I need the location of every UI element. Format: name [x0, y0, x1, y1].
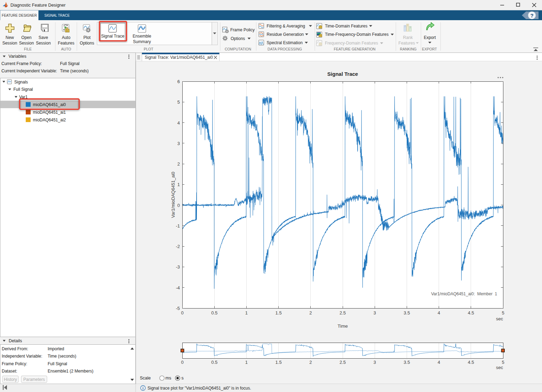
svg-text:5: 5	[502, 360, 504, 365]
svg-text:2: 2	[309, 310, 312, 315]
svg-text:1: 1	[245, 310, 248, 315]
svg-text:History: History	[4, 377, 17, 382]
svg-text:-1: -1	[176, 223, 180, 229]
svg-text:Current Independent Variable:: Current Independent Variable:	[1, 69, 57, 73]
svg-text:Parameters: Parameters	[23, 377, 45, 382]
svg-text:SIGNAL TRACE: SIGNAL TRACE	[45, 14, 70, 17]
svg-text:4: 4	[438, 360, 440, 365]
svg-text:3: 3	[409, 26, 411, 29]
svg-text:5: 5	[177, 99, 180, 105]
svg-text:Options: Options	[231, 36, 245, 41]
svg-text:Open: Open	[21, 35, 31, 40]
svg-text:Time-Frequency-Domain Features: Time-Frequency-Domain Features	[325, 32, 389, 37]
svg-text:Dataset:: Dataset:	[2, 369, 17, 374]
svg-text:Diagnostic Feature Designer: Diagnostic Feature Designer	[10, 3, 65, 8]
svg-text:Time-Domain Features: Time-Domain Features	[325, 24, 367, 29]
svg-text:0: 0	[181, 310, 183, 315]
svg-text:Features: Features	[58, 41, 74, 46]
svg-text:-2: -2	[176, 244, 180, 249]
svg-text:Variables: Variables	[9, 54, 26, 59]
svg-text:sec: sec	[496, 365, 503, 370]
svg-text:Summary: Summary	[133, 39, 151, 44]
svg-text:Time (seconds): Time (seconds)	[60, 69, 89, 73]
svg-text:0: 0	[177, 203, 180, 208]
svg-text:Time: Time	[337, 323, 348, 329]
svg-text:1: 1	[407, 24, 408, 26]
svg-text:2.5: 2.5	[340, 360, 346, 365]
svg-text:Features: Features	[398, 41, 415, 46]
svg-text:FEATURE GENERATION: FEATURE GENERATION	[334, 47, 376, 51]
svg-text:1.5: 1.5	[276, 310, 282, 315]
svg-text:Signal Trace: Signal Trace	[327, 71, 358, 77]
svg-text:4.5: 4.5	[468, 310, 474, 315]
svg-text:Full Signal: Full Signal	[14, 87, 33, 92]
svg-text:2.5: 2.5	[340, 310, 346, 315]
svg-text:Signal trace plot for "Var1/mi: Signal trace plot for "Var1/mioDAQ6451_a…	[148, 386, 251, 391]
svg-text:s: s	[182, 376, 184, 381]
svg-text:mioDAQ6451_ai1: mioDAQ6451_ai1	[33, 110, 66, 115]
svg-text:4: 4	[177, 120, 180, 126]
svg-text:mioDAQ6451_ai0: mioDAQ6451_ai0	[33, 102, 66, 107]
svg-text:1.5: 1.5	[276, 360, 282, 365]
svg-text:Save: Save	[39, 35, 48, 40]
svg-text:New: New	[6, 35, 14, 40]
svg-text:Residue Generation: Residue Generation	[267, 32, 304, 37]
svg-text:?: ?	[530, 13, 533, 18]
svg-text:RANKING: RANKING	[400, 47, 417, 51]
svg-text:AUTO: AUTO	[61, 47, 71, 51]
svg-text:Var1/mioDAQ6451_ai0: Member: Var1/mioDAQ6451_ai0: Member 1	[431, 291, 497, 296]
svg-text:DATA PROCESSING: DATA PROCESSING	[268, 47, 302, 51]
svg-text:COMPUTATION: COMPUTATION	[225, 47, 251, 51]
svg-text:3.5: 3.5	[404, 360, 410, 365]
svg-text:3: 3	[374, 360, 376, 365]
svg-text:Auto: Auto	[62, 35, 71, 40]
svg-text:1: 1	[177, 182, 180, 187]
svg-text:Imported: Imported	[48, 346, 64, 351]
svg-text:Derived From:: Derived From:	[2, 346, 28, 351]
svg-text:Signal Trace: Var1/mioDAQ6451_: Signal Trace: Var1/mioDAQ6451_ai0	[145, 55, 213, 60]
svg-text:Options: Options	[80, 41, 94, 46]
svg-text:3.5: 3.5	[404, 310, 410, 315]
svg-text:Independent Variable:: Independent Variable:	[2, 354, 42, 359]
svg-text:mioDAQ6451_ai2: mioDAQ6451_ai2	[33, 118, 66, 122]
svg-text:PLOT: PLOT	[144, 47, 153, 51]
svg-text:0: 0	[181, 360, 183, 365]
svg-text:Spectral Estimation: Spectral Estimation	[267, 40, 303, 45]
svg-text:ms: ms	[166, 376, 172, 381]
svg-text:EXPORT: EXPORT	[422, 47, 437, 51]
svg-text:4.5: 4.5	[468, 360, 474, 365]
svg-text:Current Frame Policy:: Current Frame Policy:	[1, 61, 42, 66]
svg-text:Details: Details	[9, 338, 22, 343]
svg-text:Full Signal: Full Signal	[48, 361, 67, 366]
svg-text:FILE: FILE	[24, 47, 32, 51]
svg-text:Frame Policy:: Frame Policy:	[2, 361, 27, 366]
svg-text:sec: sec	[496, 316, 503, 321]
svg-text:2: 2	[404, 25, 406, 27]
svg-text:5: 5	[502, 310, 504, 315]
svg-text:-3: -3	[176, 264, 180, 270]
svg-text:Var1/mioDAQ6451_ai0: Var1/mioDAQ6451_ai0	[170, 172, 176, 218]
svg-text:Export: Export	[424, 35, 436, 40]
svg-text:0.5: 0.5	[211, 310, 217, 315]
svg-text:Signal Trace: Signal Trace	[101, 34, 125, 39]
svg-text:FEATURE DESIGNER: FEATURE DESIGNER	[2, 14, 37, 17]
svg-text:Rank: Rank	[403, 35, 413, 40]
svg-text:1: 1	[245, 360, 248, 365]
svg-text:-5: -5	[176, 306, 180, 311]
svg-text:Signals: Signals	[14, 80, 28, 85]
svg-text:Scale: Scale	[140, 376, 151, 381]
svg-text:4: 4	[438, 310, 440, 315]
svg-text:Ensemble1 (2 Members): Ensemble1 (2 Members)	[48, 369, 93, 374]
svg-text:2: 2	[177, 161, 180, 167]
svg-text:Full Signal: Full Signal	[60, 61, 80, 66]
svg-text:Frame Policy: Frame Policy	[230, 27, 255, 32]
svg-text:2: 2	[309, 360, 312, 365]
svg-text:Time (seconds): Time (seconds)	[48, 354, 76, 359]
svg-text:6: 6	[177, 79, 180, 84]
svg-text:0.5: 0.5	[211, 360, 217, 365]
svg-text:Ensemble: Ensemble	[133, 34, 151, 39]
svg-text:Plot: Plot	[83, 35, 91, 40]
svg-text:i: i	[143, 386, 144, 390]
svg-text:Session: Session	[2, 41, 17, 46]
svg-text:Filtering & Averaging: Filtering & Averaging	[267, 24, 305, 29]
